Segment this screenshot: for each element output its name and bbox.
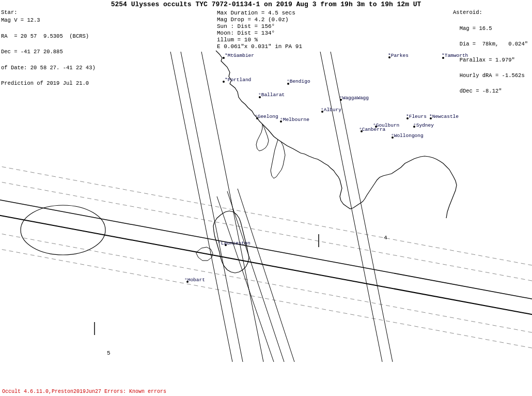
svg-text:*Fleurs: *Fleurs [406, 114, 427, 119]
svg-text:°Melbourne: °Melbourne [280, 117, 309, 123]
star-ra: RA = 20 57 9.5305 (BCRS) [1, 33, 89, 39]
svg-text:°WaggaWagg: °WaggaWagg [339, 95, 369, 101]
svg-text:*Newcastle: *Newcastle [429, 114, 459, 119]
svg-text:*Parkes: *Parkes [388, 53, 409, 58]
footer-text: Occult 4.6.11.0,Preston2019Jun27 Errors:… [2, 389, 166, 394]
star-dec: Dec = -41 27 20.885 [1, 49, 63, 55]
svg-text:°Ballarat: °Ballarat [258, 92, 285, 98]
svg-line-10 [0, 233, 532, 333]
svg-text:°Launceston: °Launceston [218, 240, 251, 246]
svg-text:Mag Drop =  4.2  (0.0z): Mag Drop = 4.2 (0.0z) [217, 17, 289, 23]
asteroid-parallax: Parallax = 1.979" [453, 57, 515, 63]
svg-text:°Canberra: °Canberra [359, 127, 386, 132]
asteroid-info-panel: Asteroid: Mag = 16.5 Dia = 78km, 0.024" … [453, 1, 528, 96]
svg-line-7 [0, 215, 532, 315]
svg-text:4: 4 [384, 235, 387, 241]
svg-line-6 [0, 199, 532, 300]
star-mag: Mag V = 12.3 [1, 17, 40, 23]
svg-line-8 [0, 165, 532, 266]
svg-line-9 [0, 181, 532, 282]
asteroid-dia: Dia = 78km, 0.024" [453, 41, 528, 47]
svg-line-19 [217, 196, 274, 362]
svg-text:*Portland: *Portland [225, 77, 251, 83]
svg-text:*MtGambier: *MtGambier [225, 53, 254, 58]
svg-text:illum = 10 %: illum = 10 % [217, 37, 258, 43]
asteroid-hourly-dra: Hourly dRA = -1.562s [453, 72, 525, 79]
svg-text:°Sydney: °Sydney [413, 123, 434, 128]
asteroid-ddec: dDec = -8.12" [453, 88, 502, 94]
asteroid-label: Asteroid: [453, 9, 482, 16]
svg-text:°Wollongong: °Wollongong [391, 133, 424, 139]
svg-text:E 0.061"x 0.031" in PA 91: E 0.061"x 0.031" in PA 91 [217, 43, 302, 50]
svg-text:°Geelong: °Geelong [255, 114, 278, 119]
asteroid-mag: Mag = 16.5 [453, 25, 492, 32]
svg-text:Sun :   Dist = 156°: Sun : Dist = 156° [217, 23, 275, 29]
svg-line-14 [170, 52, 232, 362]
svg-line-20 [227, 191, 284, 362]
star-label: Star: [1, 9, 18, 16]
svg-point-22 [21, 205, 105, 255]
svg-text:°Albury: °Albury [321, 107, 341, 113]
star-of-date: of Date: 20 58 27. -41 22 43) [1, 65, 96, 71]
svg-text:Moon:   Dist = 134°: Moon: Dist = 134° [217, 30, 275, 36]
svg-line-11 [0, 248, 532, 349]
svg-text:°Hobart: °Hobart [184, 277, 205, 283]
star-prediction: Prediction of 2019 Jul 21.0 [1, 80, 89, 86]
svg-line-15 [181, 52, 243, 362]
svg-text:°Bendigo: °Bendigo [287, 79, 310, 84]
svg-text:5: 5 [107, 350, 111, 356]
star-info-panel: Star: Mag V = 12.3 RA = 20 57 9.5305 (BC… [1, 1, 96, 87]
svg-text:Max Duration =  4.5 secs: Max Duration = 4.5 secs [217, 10, 295, 16]
